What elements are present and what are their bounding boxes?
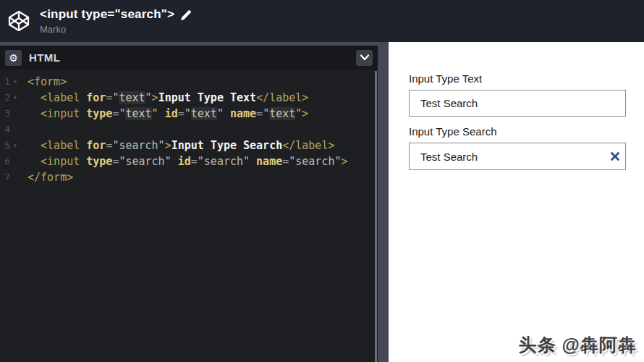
field-label: Input Type Text — [409, 72, 626, 85]
code-token: </label> — [282, 139, 334, 152]
code-content: <input type="search" id="search" name="s… — [27, 153, 348, 169]
code-token — [250, 155, 256, 168]
code-token — [27, 107, 41, 120]
code-token: </form> — [27, 171, 73, 184]
line-number: 1 — [0, 74, 10, 90]
fold-arrow-icon[interactable]: ▾ — [10, 90, 27, 106]
code-token: = — [282, 155, 289, 168]
line-number: 6 — [0, 153, 10, 169]
code-line[interactable]: 4 — [0, 122, 378, 138]
code-token — [171, 155, 178, 168]
code-token: " — [152, 107, 158, 120]
gear-icon: ⚙ — [9, 53, 18, 63]
fold-arrow-icon[interactable]: ▾ — [10, 74, 27, 90]
code-token: id — [178, 155, 191, 168]
code-token: </label> — [256, 91, 308, 104]
code-content: <label for="text">Input Type Text</label… — [27, 90, 308, 106]
code-token: type — [86, 107, 112, 120]
fold-arrow-icon[interactable]: ▾ — [10, 138, 27, 153]
code-token: = — [256, 107, 263, 120]
code-line[interactable]: 1▾<form> — [0, 74, 378, 90]
line-number: 4 — [0, 122, 10, 138]
code-token: <form> — [27, 75, 67, 88]
code-content: <input type="text" id="text" name="text"… — [27, 106, 308, 122]
search-input[interactable] — [409, 143, 626, 170]
author-name[interactable]: Marko — [40, 24, 192, 35]
code-line[interactable]: 7</form> — [0, 169, 378, 185]
code-token: > — [342, 155, 348, 168]
code-content: <form> — [27, 74, 67, 90]
fold-spacer — [10, 106, 27, 122]
code-token: text — [119, 91, 145, 104]
pen-title: <input type="search"> — [40, 7, 174, 22]
panel-title: HTML — [29, 51, 60, 64]
code-token: id — [165, 107, 178, 120]
code-token: text — [269, 107, 295, 120]
code-token: > — [165, 139, 171, 152]
preview-form: Input Type TextInput Type Search — [409, 72, 626, 170]
field-label: Input Type Search — [409, 125, 626, 138]
code-token: Input Type Text — [158, 91, 256, 104]
code-token: <label — [41, 91, 86, 104]
code-token — [27, 155, 41, 168]
preview-pane: Input Type TextInput Type Search — [389, 42, 644, 362]
line-number: 7 — [0, 169, 10, 185]
code-token: for — [86, 91, 106, 104]
panel-collapse-button[interactable] — [356, 50, 373, 66]
code-line[interactable]: 2▾ <label for="text">Input Type Text</la… — [0, 90, 378, 106]
edit-pencil-icon[interactable] — [181, 9, 192, 20]
code-token — [158, 107, 165, 120]
app-header: <input type="search"> Marko — [0, 0, 644, 42]
panel-settings-button[interactable]: ⚙ — [5, 50, 22, 66]
codepen-logo-icon[interactable] — [7, 9, 30, 33]
input-wrap — [409, 143, 626, 170]
chevron-down-icon — [360, 54, 370, 61]
code-token: text — [191, 107, 217, 120]
html-panel-bar: ⚙ HTML — [0, 46, 378, 70]
line-number: 2 — [0, 90, 10, 106]
code-token: <input — [41, 155, 86, 168]
code-token: "search" — [112, 139, 164, 152]
code-line[interactable]: 5▾ <label for="search">Input Type Search… — [0, 138, 378, 153]
code-token: name — [256, 155, 282, 168]
code-token: Input Type Search — [171, 139, 283, 152]
code-token: " — [185, 107, 191, 120]
code-token: > — [302, 107, 308, 120]
panel-resizer[interactable] — [378, 42, 389, 362]
input-wrap — [409, 90, 626, 117]
pen-title-block: <input type="search"> Marko — [40, 7, 192, 35]
code-line[interactable]: 6 <input type="search" id="search" name=… — [0, 153, 378, 169]
code-token: <input — [41, 107, 86, 120]
code-token: " — [295, 107, 302, 120]
line-number: 3 — [0, 106, 10, 122]
code-token: for — [86, 139, 106, 152]
editor-scrollbar[interactable] — [375, 71, 377, 362]
code-content: <label for="search">Input Type Search</l… — [27, 138, 334, 153]
code-token: <label — [41, 139, 86, 152]
code-editor[interactable]: 1▾<form>2▾ <label for="text">Input Type … — [0, 70, 378, 362]
watermark-text: 头条 @犇阿犇 — [519, 333, 637, 357]
search-clear-icon[interactable] — [611, 152, 619, 161]
fold-spacer — [10, 169, 27, 185]
code-token: = — [178, 107, 185, 120]
code-token: = — [191, 155, 198, 168]
code-token: " — [145, 91, 152, 104]
code-token: " — [263, 107, 269, 120]
code-content: </form> — [27, 169, 73, 185]
code-line[interactable]: 3 <input type="text" id="text" name="tex… — [0, 106, 378, 122]
code-token: " — [217, 107, 224, 120]
code-token: "search" — [119, 155, 171, 168]
code-token: name — [230, 107, 256, 120]
fold-spacer — [10, 122, 27, 138]
text-input[interactable] — [409, 90, 626, 117]
code-token — [27, 139, 41, 152]
code-token: text — [125, 107, 151, 120]
code-token — [27, 91, 41, 104]
code-token: > — [152, 91, 158, 104]
editor-column: ⚙ HTML 1▾<form>2▾ <label for="text">Inpu… — [0, 42, 378, 362]
code-token: type — [86, 155, 112, 168]
code-token: "search" — [289, 155, 341, 168]
fold-spacer — [10, 153, 27, 169]
code-token — [224, 107, 230, 120]
code-token: "search" — [198, 155, 250, 168]
